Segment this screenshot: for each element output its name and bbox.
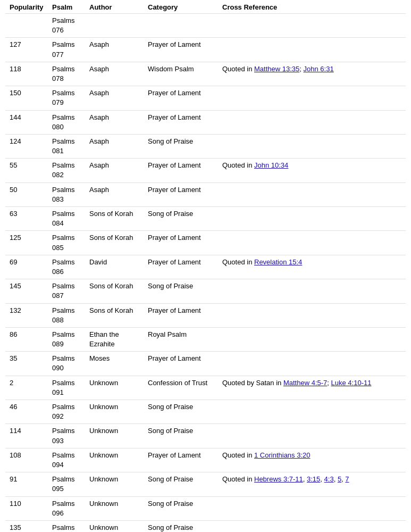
cross-ref-text: Quoted in	[222, 451, 254, 459]
cell-author: Unknown	[85, 376, 144, 400]
cell-psalm: Psalms078	[48, 62, 85, 86]
cell-crossref	[218, 14, 406, 38]
cell-category: Prayer of Lament	[144, 448, 218, 472]
cell-popularity: 91	[5, 472, 48, 496]
cell-popularity: 124	[5, 134, 48, 158]
main-container: Popularity Psalm Author Category Cross R…	[0, 0, 411, 532]
cell-psalm: Psalms076	[48, 14, 85, 38]
cell-category: Confession of Trust	[144, 376, 218, 400]
cell-psalm: Psalms092	[48, 400, 85, 424]
cell-category	[144, 14, 218, 38]
cell-category: Prayer of Lament	[144, 231, 218, 255]
cell-popularity: 50	[5, 182, 48, 206]
cell-crossref	[218, 182, 406, 206]
table-row: 144Psalms080AsaphPrayer of Lament	[5, 110, 406, 134]
cell-author: Asaph	[85, 62, 144, 86]
cell-popularity: 63	[5, 207, 48, 231]
cell-crossref	[218, 352, 406, 376]
cell-psalm: Psalms096	[48, 496, 85, 520]
cell-psalm: Psalms095	[48, 472, 85, 496]
cell-psalm: Psalms091	[48, 376, 85, 400]
col-header-psalm: Psalm	[48, 0, 85, 14]
table-row: 110Psalms096UnknownSong of Praise	[5, 496, 406, 520]
cross-ref-link[interactable]: John 6:31	[304, 65, 334, 73]
table-row: 63Psalms084Sons of KorahSong of Praise	[5, 207, 406, 231]
cross-ref-link[interactable]: 5	[338, 475, 341, 483]
cell-author: Asaph	[85, 182, 144, 206]
cell-crossref	[218, 86, 406, 110]
cell-category: Song of Praise	[144, 207, 218, 231]
cross-ref-text: Quoted in	[222, 161, 254, 169]
cell-category: Prayer of Lament	[144, 255, 218, 279]
cell-popularity: 35	[5, 352, 48, 376]
cross-ref-link[interactable]: 4:3	[324, 475, 334, 483]
cell-author: Asaph	[85, 110, 144, 134]
cell-author: Asaph	[85, 86, 144, 110]
table-row: 55Psalms082AsaphPrayer of LamentQuoted i…	[5, 159, 406, 182]
table-row: 108Psalms094UnknownPrayer of LamentQuote…	[5, 448, 406, 472]
cell-popularity: 132	[5, 303, 48, 327]
cell-category: Song of Praise	[144, 496, 218, 520]
cell-category: Prayer of Lament	[144, 303, 218, 327]
cross-ref-link[interactable]: John 10:34	[254, 161, 288, 169]
cross-ref-link[interactable]: Revelation 15:4	[254, 258, 302, 266]
cell-category: Prayer of Lament	[144, 182, 218, 206]
cell-crossref	[218, 400, 406, 424]
table-row: 86Psalms089Ethan theEzrahiteRoyal Psalm	[5, 327, 406, 351]
cross-ref-link[interactable]: 3:15	[307, 475, 320, 483]
cross-ref-link[interactable]: 1 Corinthians 3:20	[254, 451, 311, 459]
cell-popularity: 55	[5, 159, 48, 182]
cell-category: Prayer of Lament	[144, 86, 218, 110]
cell-crossref	[218, 279, 406, 303]
col-header-category: Category	[144, 0, 218, 14]
cell-crossref	[218, 207, 406, 231]
cell-popularity: 150	[5, 86, 48, 110]
table-row: 46Psalms092UnknownSong of Praise	[5, 400, 406, 424]
cell-crossref	[218, 424, 406, 448]
cell-crossref	[218, 134, 406, 158]
psalms-table: Popularity Psalm Author Category Cross R…	[5, 0, 406, 532]
cross-ref-text: Quoted in	[222, 258, 254, 266]
table-row: 125Psalms085Sons of KorahPrayer of Lamen…	[5, 231, 406, 255]
cell-popularity: 145	[5, 279, 48, 303]
cell-category: Song of Praise	[144, 424, 218, 448]
cross-ref-link[interactable]: Hebrews 3:7-11	[254, 475, 303, 483]
cell-popularity: 46	[5, 400, 48, 424]
cell-psalm: Psalms090	[48, 352, 85, 376]
cell-popularity: 114	[5, 424, 48, 448]
cell-author: Sons of Korah	[85, 303, 144, 327]
table-row: 118Psalms078AsaphWisdom PsalmQuoted in M…	[5, 62, 406, 86]
cell-crossref	[218, 303, 406, 327]
cell-author: David	[85, 255, 144, 279]
table-row: 69Psalms086DavidPrayer of LamentQuoted i…	[5, 255, 406, 279]
cell-author: Sons of Korah	[85, 279, 144, 303]
cross-ref-link[interactable]: Matthew 4:5-7	[283, 379, 327, 387]
cell-category: Prayer of Lament	[144, 38, 218, 62]
cross-ref-text: Quoted in	[222, 475, 254, 483]
cell-psalm: Psalms085	[48, 231, 85, 255]
cell-category: Prayer of Lament	[144, 159, 218, 182]
cell-psalm: Psalms094	[48, 448, 85, 472]
cell-category: Wisdom Psalm	[144, 62, 218, 86]
table-row: 145Psalms087Sons of KorahSong of Praise	[5, 279, 406, 303]
cell-popularity: 125	[5, 231, 48, 255]
cross-ref-link[interactable]: Luke 4:10-11	[331, 379, 372, 387]
cell-author: Unknown	[85, 496, 144, 520]
cell-psalm: Psalms081	[48, 134, 85, 158]
cell-psalm: Psalms097	[48, 520, 85, 532]
table-row: 124Psalms081AsaphSong of Praise	[5, 134, 406, 158]
cross-ref-link[interactable]: Matthew 13:35	[254, 65, 299, 73]
cell-crossref	[218, 520, 406, 532]
cell-category: Song of Praise	[144, 400, 218, 424]
cross-ref-link[interactable]: 7	[345, 475, 349, 483]
table-row: 2Psalms091UnknownConfession of TrustQuot…	[5, 376, 406, 400]
cell-popularity	[5, 14, 48, 38]
cell-crossref: Quoted by Satan in Matthew 4:5-7; Luke 4…	[218, 376, 406, 400]
cross-ref-text: Quoted in	[222, 65, 254, 73]
cell-popularity: 127	[5, 38, 48, 62]
cell-popularity: 110	[5, 496, 48, 520]
cell-psalm: Psalms080	[48, 110, 85, 134]
col-header-popularity: Popularity	[5, 0, 48, 14]
cell-category: Song of Praise	[144, 279, 218, 303]
cell-psalm: Psalms077	[48, 38, 85, 62]
